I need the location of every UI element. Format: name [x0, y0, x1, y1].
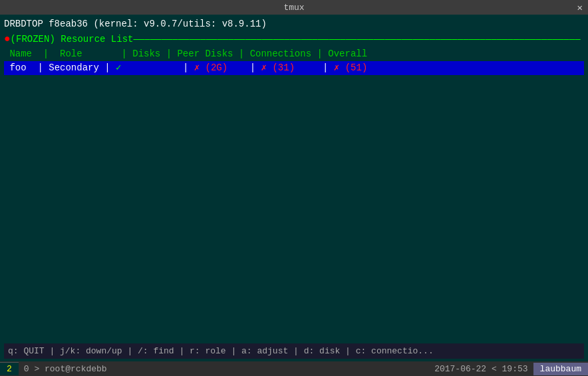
- pipe5: |: [295, 61, 334, 75]
- window-title: tmux: [283, 3, 304, 13]
- cell-connections-value: ✗ (31): [261, 61, 295, 75]
- data-row[interactable]: foo | Secondary | ✓ | ✗ (2G) | ✗ (31) | …: [4, 61, 584, 75]
- column-header: Name | Role | Disks | Peer Disks | Conne…: [4, 47, 584, 61]
- frozen-dot: ●: [4, 31, 11, 47]
- pipe3: |: [122, 61, 194, 75]
- empty-terminal-area: [4, 75, 584, 343]
- resource-border: Resource List: [55, 33, 134, 47]
- close-button[interactable]: ✕: [577, 2, 583, 13]
- cell-name: [4, 61, 9, 75]
- cell-name-value: foo: [9, 61, 26, 75]
- status-bar: q: QUIT | j/k: down/up | /: find | r: ro…: [4, 343, 584, 359]
- title-bar: tmux ✕: [0, 0, 588, 15]
- app-title-line: DRBDTOP f8eab36 (kernel: v9.0.7/utils: v…: [4, 17, 584, 31]
- resource-header-line: ● (FROZEN) Resource List ―――――――――――――――…: [4, 31, 584, 47]
- pipe1: |: [27, 61, 49, 75]
- terminal-area: DRBDTOP f8eab36 (kernel: v9.0.7/utils: v…: [0, 15, 588, 361]
- pipe2: |: [99, 61, 116, 75]
- tab-bar: 2 0 > root@rckdebb 2017-06-22 < 19:53 la…: [0, 361, 588, 376]
- resource-border-line: ――――――――――――――――――――――――――――――――――――――――…: [133, 33, 580, 47]
- active-tab[interactable]: 2: [0, 362, 19, 375]
- frozen-label: (FROZEN): [11, 33, 55, 47]
- cell-peer-disks-value: ✗ (2G): [194, 61, 227, 75]
- cell-disks-value: ✓: [116, 61, 121, 75]
- pipe4: |: [227, 61, 261, 75]
- cell-role-value: Secondary: [49, 61, 99, 75]
- tab-prompt: 0 > root@rckdebb: [19, 363, 112, 375]
- tab-datetime: 2017-06-22 < 19:53: [429, 363, 533, 375]
- tab-hostname: laubbaum: [533, 363, 588, 375]
- cell-overall-value: ✗ (51): [334, 61, 367, 75]
